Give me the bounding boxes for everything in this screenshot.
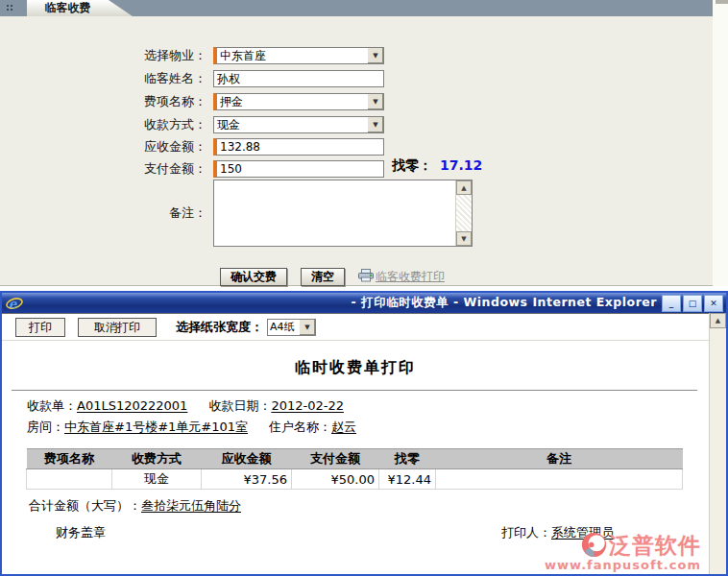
- room-label: 房间：: [27, 420, 64, 434]
- receipt-date-label: 收款日期：: [208, 398, 271, 413]
- receipt-meta-line2: 房间：中东首座#1号楼#1单元#101室住户名称：赵云: [27, 419, 356, 436]
- fanpu-logo-icon: [581, 532, 607, 561]
- guest-fee-form: 选择物业： 中东首座 ▼ 临客姓名： 费项名称： 押金 ▼: [0, 16, 713, 286]
- remark-row: 备注： ▲ ▼: [0, 180, 473, 247]
- paid-amount-input[interactable]: [213, 160, 384, 178]
- room-value: 中东首座#1号楼#1单元#101室: [64, 420, 248, 434]
- fee-item-row: 费项名称： 押金 ▼: [0, 93, 384, 110]
- finance-seal-label: 财务盖章: [56, 524, 106, 541]
- printer-icon: [358, 269, 374, 285]
- fee-table-header-row: 费项名称 收费方式 应收金额 支付金额 找零 备注: [27, 449, 683, 469]
- receivable-row: 应收金额：: [0, 138, 384, 156]
- cancel-print-button[interactable]: 取消打印: [78, 318, 157, 337]
- cell-fee-item: [27, 469, 112, 490]
- close-button[interactable]: ✕: [704, 295, 723, 312]
- receipt-title: 临时收费单打印: [2, 358, 709, 378]
- internet-explorer-icon: e: [6, 296, 23, 311]
- drag-grip-icon: [7, 5, 9, 7]
- watermark-url: www.fanpusoft.com: [545, 558, 701, 572]
- divider: [12, 390, 697, 391]
- cell-receivable: ¥37.56: [202, 469, 292, 490]
- receipt-no-label: 收款单：: [27, 398, 77, 413]
- change-display: 找零：17.12: [392, 157, 482, 175]
- payment-method-row: 收款方式： 现金 ▼: [0, 116, 384, 133]
- remark-textarea[interactable]: ▲ ▼: [213, 180, 473, 247]
- change-label: 找零：: [392, 157, 432, 173]
- fee-item-select[interactable]: 押金 ▼: [213, 93, 384, 110]
- change-value: 17.12: [440, 157, 482, 173]
- paper-size-select[interactable]: A4纸 ▼: [267, 319, 316, 336]
- header-fee-item: 费项名称: [27, 449, 112, 469]
- paid-label: 支付金额：: [0, 160, 206, 178]
- receipt-no-value: A01LS120222001: [77, 398, 187, 413]
- header-remark: 备注: [436, 449, 683, 469]
- receipt-meta-line1: 收款单：A01LS120222001收款日期：2012-02-22: [27, 397, 344, 415]
- guest-name-label: 临客姓名：: [0, 70, 206, 87]
- cell-remark: [436, 469, 683, 490]
- chevron-down-icon[interactable]: ▼: [367, 94, 383, 109]
- chevron-down-icon[interactable]: ▼: [367, 48, 383, 63]
- tab-guest-fee[interactable]: 临客收费: [27, 0, 133, 16]
- print-button[interactable]: 打印: [15, 318, 65, 337]
- clear-button[interactable]: 清空: [301, 268, 345, 286]
- watermark: 泛普软件 www.fanpusoft.com: [545, 531, 701, 572]
- receivable-label: 应收金额：: [0, 138, 206, 156]
- fee-item-select-value: 押金: [217, 94, 367, 110]
- scroll-down-icon[interactable]: ▼: [456, 231, 472, 246]
- tab-guest-fee-label: 临客收费: [45, 0, 91, 16]
- receipt-date-value: 2012-02-22: [271, 398, 344, 413]
- total-label: 合计金额（大写）：: [29, 498, 141, 513]
- maximize-button[interactable]: □: [683, 295, 702, 312]
- print-toolbar: 打印 取消打印 选择纸张宽度： A4纸 ▼: [2, 313, 709, 341]
- total-amount-line: 合计金额（大写）：叁拾柒元伍角陆分: [29, 497, 241, 515]
- chevron-down-icon[interactable]: ▼: [367, 117, 383, 132]
- payment-method-select-value: 现金: [214, 117, 367, 133]
- paid-row: 支付金额：: [0, 160, 384, 178]
- fee-item-label: 费项名称：: [0, 93, 206, 110]
- cell-paid: ¥50.00: [292, 469, 379, 490]
- svg-text:e: e: [9, 297, 17, 311]
- total-value: 叁拾柒元伍角陆分: [141, 498, 241, 513]
- remark-label: 备注：: [0, 204, 206, 222]
- property-row: 选择物业： 中东首座 ▼: [0, 47, 384, 64]
- remark-scrollbar[interactable]: ▲ ▼: [455, 180, 472, 246]
- paper-width-label: 选择纸张宽度：: [176, 319, 263, 336]
- header-receivable: 应收金额: [202, 449, 292, 469]
- receivable-amount-input[interactable]: [213, 138, 384, 156]
- scroll-up-icon[interactable]: ▲: [456, 180, 472, 195]
- header-paid: 支付金额: [292, 449, 379, 469]
- payment-method-label: 收款方式：: [0, 116, 206, 133]
- resident-label: 住户名称：: [269, 420, 331, 434]
- guest-fee-panel: 临客收费 选择物业： 中东首座 ▼ 临客姓名： 费项名称： 押金: [0, 0, 713, 286]
- payment-method-select[interactable]: 现金 ▼: [213, 116, 384, 133]
- guest-fee-print-link[interactable]: 临客收费打印: [376, 269, 445, 285]
- window-title: - 打印临时收费单 - Windows Internet Explorer: [352, 295, 657, 311]
- fee-table-row: 现金 ¥37.56 ¥50.00 ¥12.44: [27, 469, 683, 490]
- watermark-brand: 泛普软件: [609, 531, 701, 561]
- ie-print-window: e - 打印临时收费单 - Windows Internet Explorer …: [0, 291, 728, 576]
- window-controls: _ □ ✕: [662, 295, 723, 312]
- paper-size-value: A4纸: [268, 320, 299, 334]
- tab-bar: 临客收费: [0, 0, 713, 16]
- page-scrollbar-track[interactable]: [713, 0, 728, 286]
- header-change: 找零: [379, 449, 436, 469]
- property-label: 选择物业：: [0, 47, 206, 64]
- cell-change: ¥12.44: [379, 469, 436, 490]
- guest-fee-print-area: 临客收费打印: [358, 269, 445, 285]
- resident-value: 赵云: [331, 420, 356, 434]
- minimize-button[interactable]: _: [662, 295, 681, 312]
- ie-scrollbar[interactable]: ▲: [709, 313, 726, 574]
- chevron-down-icon[interactable]: ▼: [299, 320, 315, 335]
- property-select-value: 中东首座: [217, 48, 367, 64]
- guest-name-row: 临客姓名：: [0, 70, 384, 87]
- fee-table: 费项名称 收费方式 应收金额 支付金额 找零 备注 现金 ¥37.56: [26, 448, 683, 490]
- header-payment-method: 收费方式: [112, 449, 202, 469]
- cell-payment-method: 现金: [112, 469, 202, 490]
- property-select[interactable]: 中东首座 ▼: [213, 47, 384, 64]
- scroll-up-icon[interactable]: ▲: [710, 313, 726, 328]
- form-actions: 确认交费 清空 临客收费打印: [220, 268, 445, 286]
- guest-name-input[interactable]: [213, 70, 384, 87]
- receipt-preview: 临时收费单打印 收款单：A01LS120222001收款日期：2012-02-2…: [2, 341, 709, 574]
- ie-titlebar[interactable]: e - 打印临时收费单 - Windows Internet Explorer …: [2, 293, 726, 313]
- confirm-pay-button[interactable]: 确认交费: [220, 268, 287, 286]
